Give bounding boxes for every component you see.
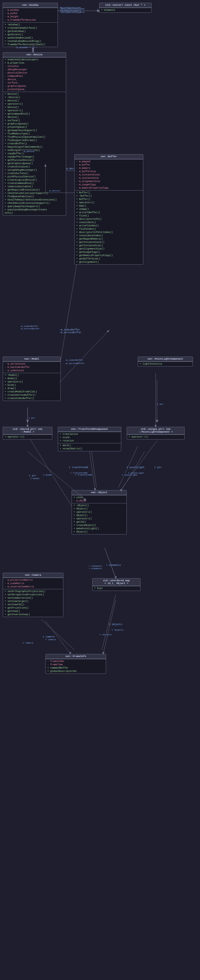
svg-text:-validationLayers: -validationLayers (59, 11, 85, 14)
model-m2: + Model() (4, 377, 59, 380)
buf-m2: + ~Buffer() (76, 194, 142, 198)
model-f1: - m_vertexCount (4, 363, 59, 366)
svg-text:t objects: t objects (109, 623, 122, 626)
dev-m37: Info() (4, 212, 65, 215)
buf-m10: + invalidate() (76, 221, 142, 224)
dev-m15: + findSupportedFormat() (4, 139, 65, 142)
svg-line-67 (103, 600, 116, 654)
dev-m21: + getPhysicalDevice() (4, 159, 65, 162)
label-t-pointlight: t pointLight (121, 474, 138, 476)
window-field-1: - m_window (4, 8, 56, 12)
model-f3: - m_indexCount (4, 369, 59, 372)
t3d-f1: + translation (59, 433, 120, 436)
buf-m15: + getMappedMemory() (76, 237, 142, 241)
dev-m33: + hasGlfwRequiredInstanceExtensions() (4, 198, 65, 202)
buf-m8: + flush() (76, 214, 142, 218)
model-methods: + ~Model() + Model() + operator=() + bin… (3, 373, 60, 401)
camera-title: ven::Camera (3, 573, 63, 578)
point-light-component-box: ven::PointLightComponent + lightIntensit… (138, 356, 193, 366)
svg-text:t objects: t objects (112, 628, 123, 631)
buf-m12: + flushIndex() (76, 228, 142, 231)
svg-text:t ptr: t ptr (154, 466, 162, 469)
dev-m26: + pickPhysicalDevice() (4, 175, 65, 178)
svg-line-10 (58, 262, 77, 377)
dev-m22: + getGraphicsQueue() (4, 162, 65, 165)
buf-m22: + getAlignment() (76, 261, 142, 264)
model-title: ven::Model (3, 357, 60, 361)
window-field-4: - m_frameBufferResized (4, 18, 56, 22)
window-method-1: + ~Window() (4, 23, 56, 26)
buf-f5: - m_instanceCount (76, 173, 142, 177)
obj-m9: + Object() (73, 530, 125, 534)
device-box: ven::Device + enableValidationLayers + m… (3, 52, 66, 216)
buf-f8: - m_usageFlags (76, 183, 142, 186)
cam-m5: + setViewYXZ() (4, 603, 62, 606)
fi-f2: - frameTime (47, 663, 105, 667)
model-fields: - m_vertexCount - m_hasIndexBuffer - m_i… (3, 361, 60, 373)
buf-m21: + getBufferSize() (76, 257, 142, 261)
buf-m19: + getUsageFlags() (76, 251, 142, 254)
svg-text:-validationLayers: -validationLayers (58, 10, 81, 12)
window-method-7: + frameBufferResizeCallback() (4, 43, 56, 46)
cam-f2: - m_viewMatrix (4, 582, 62, 585)
dev-m11: + presentQueue() (4, 126, 65, 129)
obj-m3: + operator=() (73, 511, 125, 514)
cam-f3: - m_inverseViewMatrix (4, 585, 62, 589)
dev-m34: + checkDeviceExtensionsSupport() (4, 202, 65, 205)
model-m1: + ~Model() (4, 374, 59, 377)
cam-m3: + setViewDirection() (4, 597, 62, 600)
svg-line-61 (105, 548, 116, 578)
frameinfo-box: ven::FrameInfo - frameIndex - frameTime … (45, 654, 106, 674)
shared-ptr-model-methods: + operator->() (3, 434, 52, 439)
unordered-map-title: std::unordered_map< id_t, Object > (93, 579, 140, 586)
buf-m4: + operator=() (76, 201, 142, 204)
dev-f7: - device_ (4, 78, 65, 81)
label-elements: + elements (88, 567, 102, 570)
cam-m6: + getProjection() (4, 606, 62, 609)
window-field-2: - m_width (4, 12, 56, 15)
svg-text:t pointLight: t pointLight (127, 466, 145, 469)
dev-m12: + getSwapChainSupport() (4, 129, 65, 132)
buf-f6: - m_instanceSize (76, 177, 142, 180)
unique-ptr-plc-methods: + operator->() (127, 434, 184, 439)
svg-line-42 (59, 331, 109, 383)
t3d-f3: + rotation (59, 439, 120, 442)
shared-ptr-model-title: std::shared_ptr< ven::Model > (3, 427, 52, 434)
dev-f6: - commandPool (4, 75, 65, 78)
svg-marker-6 (32, 48, 34, 51)
dev-m5: + Device() (4, 106, 65, 109)
svg-text:t camera: t camera (43, 636, 55, 638)
buf-m13: + descriptorInfoForIndex() (76, 231, 142, 234)
transform3d-title: ven::Transform3DComponent (58, 427, 121, 432)
object-methods: + ~Object() + Object() + operator=() + O… (72, 503, 126, 534)
cam-f1: - m_projectionMatrix (4, 579, 62, 582)
obj-m4: + Object() (73, 514, 125, 517)
unordered-map-box: std::unordered_map< id_t, Object > + key… (92, 578, 141, 591)
svg-text:t transform3D: t transform3D (69, 466, 88, 469)
diagram-container: -deviceExtensions -validationLayers -m_w… (0, 0, 200, 980)
svg-line-55 (90, 452, 95, 490)
dev-m14: + findPhysicalQueueFamilies() (4, 135, 65, 139)
svg-text:-deviceExtensions: -deviceExtensions (59, 8, 85, 11)
model-f2: - m_hasIndexBuffer (4, 366, 59, 369)
window-methods: + ~Window() + createWindowSurface() + ge… (3, 22, 58, 47)
svg-text:-m_indexBuffer: -m_indexBuffer (59, 328, 80, 331)
cam-m2: + setPerspectiveProjection() (4, 593, 62, 597)
dev-m36: + populateDebugMessengerCreate (4, 208, 65, 212)
dev-m16: + createBuffer() (4, 142, 65, 145)
transform3d-box: ven::Transform3DComponent + translation … (58, 427, 121, 451)
window-title: ven::Window (3, 3, 58, 8)
elements-vec-fields: + elements (99, 8, 151, 13)
buffer-box: ven::Buffer - m_mapped - m_buffer - m_me… (74, 154, 143, 265)
fi-f1: - frameIndex (47, 660, 105, 663)
buf-f7: - m_alignmentSize (76, 180, 142, 183)
dev-m9: + surface() (4, 119, 65, 122)
svg-line-21 (105, 548, 116, 578)
label-m-device: -m_device (22, 150, 35, 153)
dev-f2: + m_properties (4, 61, 65, 65)
model-m3: + operator=() (4, 380, 59, 383)
window-box: ven::Window - m_window - m_width - m_hei… (3, 3, 58, 47)
elements-vec-box: std::vector< const char * > + elements (99, 3, 152, 13)
dev-m20: + copyBufferToImage() (4, 155, 65, 159)
obj-m7: + createObject() (73, 524, 125, 527)
